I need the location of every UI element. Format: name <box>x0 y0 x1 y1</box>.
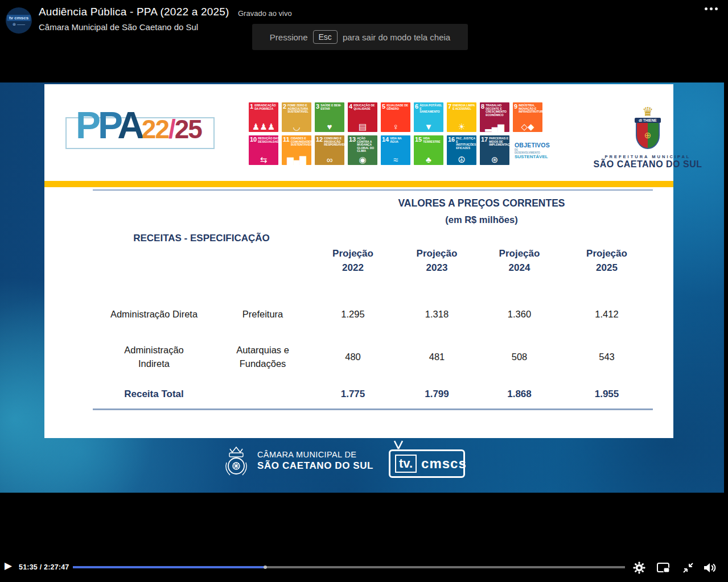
city-icon: ▆▄▇ <box>282 155 311 164</box>
table-subtitle: (em R$ milhões) <box>310 214 653 225</box>
sdg-logo: OBJETIVOS DE DESENVOLVIMENTO SUSTENTÁVEL <box>513 135 542 165</box>
table-row: Receita Total1.7751.7991.8681.955 <box>93 382 653 407</box>
tv-cmscs-logo: tv. cmscs <box>389 440 412 452</box>
sdg-tile-17: 17Parcerias e Meios de Implementação⊛ <box>480 135 509 165</box>
col-header-2022: Projeção2022 <box>310 246 396 275</box>
ppa-year: 22 <box>142 114 168 144</box>
dove-icon: ☮ <box>447 155 476 164</box>
sdg-tile-6: 6Água Potável e Saneamento▼ <box>414 102 443 132</box>
tv-logo-cmscs: cmscs <box>421 456 467 472</box>
sun-icon: ☀ <box>447 122 476 131</box>
sdg-tile-9: 9Indústria, Inovação e Infraestrutura◇◆ <box>513 102 542 132</box>
crest-banner: di THIENE <box>635 118 660 123</box>
esc-key-badge: Esc <box>313 30 338 44</box>
ppa-letter: P <box>76 104 98 146</box>
ppa-22-25-logo: PPA22/25 <box>65 107 236 164</box>
wheel-icon: ⊕ <box>644 130 652 141</box>
sdg-tile-12: 12Consumo e Produção Responsáveis∞ <box>315 135 344 165</box>
table-title: VALORES A PREÇOS CORRENTES <box>310 197 653 209</box>
camara-line1: CÂMARA MUNICIPAL DE <box>257 450 373 459</box>
prefeitura-line1: PREFEITURA MUNICIPAL <box>605 154 691 159</box>
sdg-tile-11: 11Cidades e Comunidades Sustentáveis▆▄▇ <box>282 135 311 165</box>
prefeitura-line2: SÃO CAETANO DO SUL <box>594 159 702 170</box>
camara-line2: SÃO CAETANO DO SUL <box>257 460 373 472</box>
progress-scrubber[interactable] <box>264 566 267 569</box>
progress-fill <box>73 566 265 568</box>
time-display: 51:35 / 2:27:47 <box>19 563 69 571</box>
heartbeat-icon: ♥ <box>315 122 344 131</box>
partnership-ring-icon: ⊛ <box>480 155 509 164</box>
ppa-letter: A <box>117 104 142 146</box>
col-header-2025: Projeção2025 <box>561 246 653 275</box>
toast-text-prefix: Pressione <box>270 32 308 42</box>
settings-gear-icon[interactable] <box>632 560 647 575</box>
table-column-headers: Projeção2022Projeção2023Projeção2024Proj… <box>93 246 653 275</box>
sdg-logo-line2: DE DESENVOLVIMENTO <box>515 148 542 154</box>
channel-name[interactable]: Câmara Municipal de São Caetano do Sul <box>39 22 198 32</box>
yellow-divider-bar <box>44 181 673 187</box>
sdg-tile-10: 10Redução das Desigualdades⇆ <box>249 135 278 165</box>
ppa-year: 25 <box>175 114 201 144</box>
bowl-icon: ◡ <box>282 122 311 131</box>
tree-icon: ♣ <box>414 155 443 164</box>
volume-icon[interactable] <box>702 560 717 575</box>
crest-shield: ⊕ <box>636 122 660 149</box>
more-options-icon[interactable] <box>705 7 718 10</box>
sdg-tile-15: 15Vida Terrestre♣ <box>414 135 443 165</box>
gender-icon: ♀ <box>381 122 410 131</box>
video-title[interactable]: Audiência Pública - PPA (2022 a 2025) <box>39 6 229 18</box>
sdg-tile-3: 3Saúde e Bem-Estar♥ <box>315 102 344 132</box>
table-row: AdministraçãoIndiretaAutarquias eFundaçõ… <box>93 334 653 379</box>
play-button[interactable]: ▶ <box>5 560 12 572</box>
people-icon: ♟♟♟ <box>249 122 278 131</box>
sdg-tile-1: 1Erradicação da Pobreza♟♟♟ <box>249 102 278 132</box>
avatar-crest-mark: ⊛ —— <box>13 22 25 27</box>
tv-logo-tv: tv. <box>395 455 417 473</box>
sdg-tile-13: 13Ação Contra a Mudança Global do Clima◉ <box>348 135 377 165</box>
infinity-loop-icon: ∞ <box>315 155 344 164</box>
ppa-letter: P <box>98 104 117 146</box>
crown-icon: ♛ <box>642 106 653 118</box>
ppa-slash: / <box>168 114 175 144</box>
revenue-table: VALORES A PREÇOS CORRENTES (em R$ milhõe… <box>93 189 653 410</box>
book-icon: ▤ <box>348 122 377 131</box>
progress-bar[interactable] <box>73 566 625 568</box>
camara-crest-icon <box>222 445 250 482</box>
sdg-goals-grid: 1Erradicação da Pobreza♟♟♟2Fome Zero e A… <box>249 102 546 165</box>
col-header-2024: Projeção2024 <box>478 246 561 275</box>
presentation-slide: PPA22/25 1Erradicação da Pobreza♟♟♟2Fome… <box>44 84 673 438</box>
sdg-tile-8: 8Trabalho Decente e Crescimento Econômic… <box>480 102 509 132</box>
picture-in-picture-icon[interactable] <box>656 560 671 575</box>
sdg-tile-14: 14Vida na Água≈ <box>381 135 410 165</box>
fullscreen-exit-toast: Pressione Esc para sair do modo tela che… <box>252 24 468 50</box>
growth-chart-icon: ▂▄▆ <box>480 122 509 131</box>
water-drop-icon: ▼ <box>414 122 443 131</box>
avatar-tv-cmscs-mark: tv cmscs <box>7 15 31 21</box>
cubes-icon: ◇◆ <box>513 122 542 131</box>
sdg-logo-line1: OBJETIVOS <box>515 142 542 148</box>
toast-text-suffix: para sair do modo tela cheia <box>343 32 450 42</box>
fish-waves-icon: ≈ <box>381 155 410 164</box>
sdg-tile-2: 2Fome Zero e Agricultura Sustentável◡ <box>282 102 311 132</box>
table-row-header: RECEITAS - ESPECIFICAÇÃO <box>93 233 310 244</box>
sdg-tile-16: 16Paz, Justiça e Instituições Eficazes☮ <box>447 135 476 165</box>
sdg-tile-7: 7Energia Limpa e Acessível☀ <box>447 102 476 132</box>
col-header-2023: Projeção2023 <box>396 246 478 275</box>
sdg-tile-4: 4Educação de Qualidade▤ <box>348 102 377 132</box>
channel-avatar[interactable]: tv cmscs ⊛ —— <box>6 7 32 34</box>
sdg-logo-line3: SUSTENTÁVEL <box>515 154 542 159</box>
exit-fullscreen-icon[interactable] <box>681 560 696 575</box>
prefeitura-coat-of-arms: ♛ di THIENE ⊕ PREFEITURA MUNICIPAL SÃO C… <box>591 106 705 170</box>
camara-logo-text: CÂMARA MUNICIPAL DE SÃO CAETANO DO SUL <box>257 450 373 472</box>
sdg-tile-5: 5Igualdade de Gênero♀ <box>381 102 410 132</box>
equality-arrows-icon: ⇆ <box>249 155 278 164</box>
table-row: Administração DiretaPrefeitura1.2951.318… <box>93 288 653 340</box>
recorded-live-badge: Gravado ao vivo <box>238 9 292 18</box>
eye-globe-icon: ◉ <box>348 155 377 164</box>
tv-antenna-icon <box>389 440 412 450</box>
